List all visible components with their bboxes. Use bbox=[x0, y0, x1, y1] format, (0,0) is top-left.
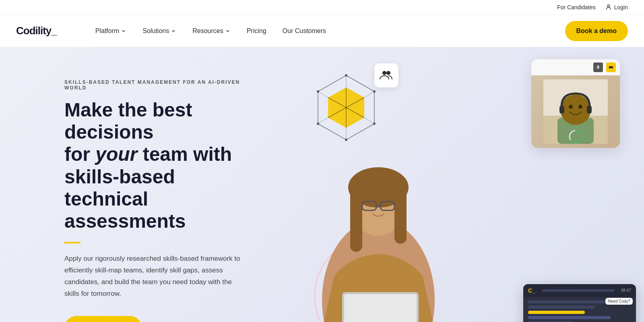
svg-point-18 bbox=[382, 71, 386, 75]
hero-book-demo-button[interactable]: Book a demo bbox=[64, 316, 142, 322]
svg-point-40 bbox=[569, 105, 573, 109]
svg-point-37 bbox=[560, 94, 591, 125]
nav-pricing[interactable]: Pricing bbox=[240, 24, 273, 38]
navbar: Codility_ Platform Solutions Resources P… bbox=[0, 15, 644, 47]
login-label: Login bbox=[614, 4, 628, 10]
code-line-highlight bbox=[528, 316, 611, 319]
code-editor-card: C_ 08:47 Need Cody? ⚙ ★ ★ ★ ★ + bbox=[523, 284, 636, 322]
nav-platform[interactable]: Platform bbox=[89, 24, 133, 38]
chevron-down-icon bbox=[225, 28, 231, 34]
nav-links: Platform Solutions Resources Pricing Our… bbox=[89, 24, 565, 38]
code-card-header: C_ 08:47 bbox=[523, 284, 636, 297]
svg-line-10 bbox=[364, 91, 374, 98]
people-icon bbox=[379, 68, 394, 83]
for-candidates-link[interactable]: For Candidates bbox=[557, 4, 596, 10]
hero-title-line2-prefix: for bbox=[64, 143, 95, 165]
svg-point-19 bbox=[386, 71, 390, 75]
code-line bbox=[528, 305, 595, 309]
top-bar: For Candidates Login bbox=[0, 0, 644, 15]
people-bubble bbox=[374, 63, 398, 87]
svg-rect-29 bbox=[344, 294, 417, 322]
video-thumbnail bbox=[531, 75, 620, 148]
hero-visuals: C_ 08:47 Need Cody? ⚙ ★ ★ ★ ★ + bbox=[274, 47, 644, 322]
svg-rect-24 bbox=[394, 187, 407, 244]
chevron-down-icon bbox=[171, 28, 176, 34]
logo[interactable]: Codility_ bbox=[16, 25, 57, 37]
mic-button[interactable] bbox=[593, 62, 603, 72]
svg-line-14 bbox=[318, 91, 328, 98]
hero-title-line3: technical assessments bbox=[64, 188, 186, 232]
hero-section: SKILLS-BASED TALENT MANAGEMENT FOR AN AI… bbox=[0, 47, 644, 322]
code-timer: 08:47 bbox=[621, 288, 631, 293]
hero-content: SKILLS-BASED TALENT MANAGEMENT FOR AN AI… bbox=[0, 47, 274, 322]
woman-with-laptop bbox=[294, 139, 463, 322]
hero-divider bbox=[64, 242, 80, 243]
hero-description: Apply our rigorously researched skills-b… bbox=[64, 253, 242, 300]
video-call-card bbox=[531, 59, 620, 148]
svg-rect-23 bbox=[350, 187, 362, 252]
nav-our-customers[interactable]: Our Customers bbox=[276, 24, 332, 38]
progress-ring bbox=[568, 129, 583, 144]
svg-line-13 bbox=[318, 118, 328, 124]
person-icon bbox=[605, 4, 612, 10]
hero-title-italic: your bbox=[95, 143, 137, 165]
book-demo-nav-button[interactable]: Book a demo bbox=[565, 21, 628, 41]
hero-eyebrow: SKILLS-BASED TALENT MANAGEMENT FOR AN AI… bbox=[64, 79, 242, 91]
svg-rect-38 bbox=[559, 106, 564, 114]
need-cody-tooltip: Need Cody? bbox=[605, 298, 633, 305]
svg-line-11 bbox=[364, 118, 374, 124]
svg-rect-31 bbox=[598, 65, 599, 68]
nav-resources[interactable]: Resources bbox=[186, 24, 237, 38]
code-logo: C_ bbox=[528, 287, 535, 294]
code-line-yellow bbox=[528, 311, 585, 314]
hero-title-line1: Make the best decisions bbox=[64, 99, 192, 143]
login-link[interactable]: Login bbox=[605, 4, 628, 10]
svg-point-41 bbox=[578, 105, 582, 109]
camera-button[interactable] bbox=[606, 62, 616, 72]
svg-rect-39 bbox=[587, 106, 592, 114]
svg-point-0 bbox=[607, 5, 609, 7]
nav-solutions[interactable]: Solutions bbox=[136, 24, 183, 38]
video-card-topbar bbox=[531, 59, 620, 75]
hero-title: Make the best decisions for your team wi… bbox=[64, 99, 242, 232]
chevron-down-icon bbox=[121, 28, 126, 34]
svg-rect-33 bbox=[609, 66, 612, 69]
